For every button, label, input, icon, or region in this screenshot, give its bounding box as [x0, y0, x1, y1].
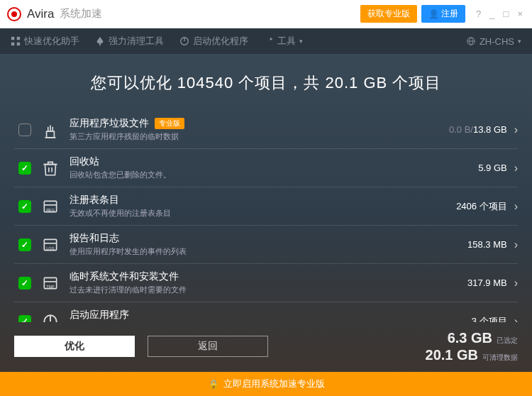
get-pro-button[interactable]: 获取专业版	[360, 5, 417, 23]
result-row[interactable]: LOG报告和日志使用应用程序时发生的事件的列表158.3 MB›	[14, 226, 518, 264]
user-icon: 👤	[428, 9, 439, 19]
chevron-right-icon: ›	[514, 238, 518, 251]
result-row[interactable]: 启动应用程序系统启动时运行的应用程序3 个项目›	[14, 302, 518, 322]
row-value: 158.3 MB	[467, 239, 507, 250]
pro-badge: 专业版	[155, 118, 184, 129]
row-description: 第三方应用程序残留的临时数据	[70, 131, 449, 142]
row-title: 临时系统文件和安装文件	[70, 270, 467, 283]
category-icon	[41, 121, 60, 139]
toolbar: 快速优化助手 强力清理工具 启动优化程序 工具 ▾ ZH-CHS ▾	[0, 28, 532, 54]
power-icon	[179, 36, 189, 46]
svg-rect-1	[17, 37, 20, 40]
selected-label: 已选定	[497, 336, 518, 345]
svg-text:REG: REG	[46, 207, 55, 211]
chevron-down-icon: ▾	[518, 38, 521, 45]
footer: 优化 返回 6.3 GB 已选定 20.1 GB 可清理数据	[0, 322, 532, 372]
cleanable-label: 可清理数据	[482, 353, 518, 362]
back-button[interactable]: 返回	[148, 336, 268, 357]
totals: 6.3 GB 已选定 20.1 GB 可清理数据	[426, 329, 518, 363]
window-controls: ? _ □ ×	[474, 9, 525, 19]
row-description: 过去未进行清理的临时需要的文件	[70, 285, 467, 295]
chevron-right-icon: ›	[514, 315, 518, 323]
row-value: 3 个项目	[472, 315, 507, 323]
row-description: 回收站包含您已删除的文件。	[70, 170, 478, 180]
category-icon	[41, 159, 60, 177]
maximize-button[interactable]: □	[501, 9, 511, 19]
help-button[interactable]: ?	[474, 9, 483, 19]
scan-results-list: 应用程序垃圾文件专业版第三方应用程序残留的临时数据0.0 B/13.8 GB›回…	[0, 111, 532, 322]
register-button[interactable]: 👤 注册	[421, 5, 465, 23]
result-row[interactable]: TMP临时系统文件和安装文件过去未进行清理的临时需要的文件317.9 MB›	[14, 264, 518, 302]
row-title: 回收站	[70, 155, 478, 168]
tool-quick-optimize[interactable]: 快速优化助手	[11, 35, 79, 48]
result-row[interactable]: REG注册表条目无效或不再使用的注册表条目2406 个项目›	[14, 187, 518, 226]
row-value: 2406 个项目	[456, 200, 507, 213]
svg-rect-3	[17, 43, 20, 45]
app-subtitle: 系统加速	[60, 7, 102, 21]
row-title: 注册表条目	[70, 194, 456, 207]
row-checkbox[interactable]	[18, 277, 31, 290]
row-checkbox[interactable]	[18, 238, 31, 251]
category-icon: TMP	[41, 274, 60, 292]
row-value: 5.9 GB	[478, 163, 506, 173]
optimize-button[interactable]: 优化	[14, 336, 135, 357]
category-icon	[41, 312, 60, 323]
row-value: 317.9 MB	[467, 277, 507, 288]
pro-banner[interactable]: 🔒 立即启用系统加速专业版	[0, 372, 532, 396]
chevron-right-icon: ›	[514, 200, 518, 213]
row-checkbox[interactable]	[18, 200, 31, 213]
result-row[interactable]: 应用程序垃圾文件专业版第三方应用程序残留的临时数据0.0 B/13.8 GB›	[14, 111, 518, 149]
scan-headline: 您可以优化 104540 个项目，共 20.1 GB 个项目	[0, 54, 532, 111]
svg-rect-0	[11, 37, 14, 40]
globe-icon	[466, 36, 476, 46]
chevron-right-icon: ›	[514, 123, 518, 136]
category-icon: LOG	[41, 236, 60, 254]
row-title: 启动应用程序	[70, 309, 472, 321]
minimize-button[interactable]: _	[487, 9, 497, 19]
wrench-icon	[264, 36, 274, 46]
result-row[interactable]: 回收站回收站包含您已删除的文件。5.9 GB›	[14, 149, 518, 187]
tool-tools[interactable]: 工具 ▾	[264, 35, 303, 48]
lock-icon: 🔒	[208, 379, 219, 390]
titlebar: Avira 系统加速 获取专业版 👤 注册 ? _ □ ×	[0, 0, 532, 28]
svg-rect-9	[47, 131, 55, 138]
svg-text:LOG: LOG	[46, 246, 54, 250]
row-title: 应用程序垃圾文件专业版	[70, 117, 449, 130]
cleanable-size: 20.1 GB	[426, 346, 478, 363]
row-checkbox[interactable]	[18, 123, 31, 136]
svg-text:TMP: TMP	[46, 284, 55, 288]
brand-name: Avira	[27, 7, 54, 21]
svg-rect-2	[11, 43, 14, 45]
language-selector[interactable]: ZH-CHS ▾	[466, 36, 521, 47]
spade-icon	[95, 36, 105, 46]
close-button[interactable]: ×	[515, 9, 525, 19]
logo-icon	[7, 7, 21, 21]
row-value: 0.0 B/13.8 GB	[449, 124, 507, 135]
main-panel: 您可以优化 104540 个项目，共 20.1 GB 个项目 应用程序垃圾文件专…	[0, 54, 532, 372]
chevron-down-icon: ▾	[299, 38, 303, 45]
row-title: 报告和日志	[70, 232, 467, 245]
row-checkbox[interactable]	[18, 162, 31, 175]
chevron-right-icon: ›	[514, 277, 518, 290]
grid-icon	[11, 36, 21, 46]
selected-size: 6.3 GB	[448, 329, 492, 346]
chevron-right-icon: ›	[514, 162, 518, 175]
tool-deep-clean[interactable]: 强力清理工具	[95, 35, 164, 48]
row-checkbox[interactable]	[18, 315, 31, 323]
category-icon: REG	[41, 197, 60, 216]
tool-startup[interactable]: 启动优化程序	[179, 35, 248, 48]
row-description: 无效或不再使用的注册表条目	[70, 208, 456, 219]
row-description: 使用应用程序时发生的事件的列表	[70, 246, 467, 257]
